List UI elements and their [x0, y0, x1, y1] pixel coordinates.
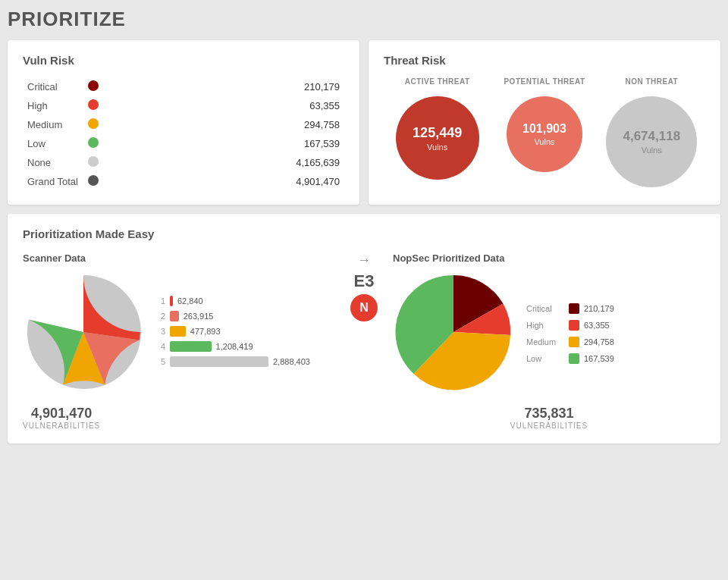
vuln-risk-row: Medium 294,758	[23, 115, 344, 134]
vuln-dot-cell	[83, 96, 103, 115]
bar-value: 1,208,419	[216, 342, 253, 351]
vuln-value: 4,165,639	[103, 153, 344, 172]
legend-value: 210,179	[584, 304, 614, 313]
vuln-dot-cell	[83, 115, 103, 134]
threat-circle: 125,449 Vulns	[396, 96, 479, 180]
threat-col-header: POTENTIAL THREAT	[491, 77, 598, 86]
scanner-total-label: VULNERABILITIES	[23, 422, 100, 430]
threat-columns: ACTIVE THREAT 125,449 Vulns POTENTIAL TH…	[384, 77, 705, 187]
section-title: Prioritization Made Easy	[23, 227, 705, 240]
vuln-risk-title: Vuln Risk	[23, 54, 344, 67]
vuln-value: 294,758	[103, 115, 344, 134]
bar-row: 2 263,915	[156, 311, 335, 321]
vuln-risk-row: Critical 210,179	[23, 77, 344, 96]
bar-track	[170, 356, 268, 367]
scanner-pie	[23, 271, 144, 395]
legend-row: Low 167,539	[526, 353, 614, 364]
vuln-risk-row: Low 167,539	[23, 134, 344, 153]
scanner-total: 4,901,470	[23, 406, 100, 422]
vuln-risk-row: High 63,355	[23, 96, 344, 115]
threat-circle-label: Vulns	[642, 146, 662, 155]
threat-col-header: ACTIVE THREAT	[384, 77, 491, 86]
nopsec-footer: 735,831 VULNERABILITIES	[393, 406, 705, 430]
vuln-dot	[88, 175, 99, 186]
vuln-dot-cell	[83, 134, 103, 153]
nopsec-legend: Critical 210,179 High 63,355 Medium 294,…	[526, 303, 614, 364]
bar-row: 1 62,840	[156, 296, 335, 306]
vuln-risk-row: None 4,165,639	[23, 153, 344, 172]
vuln-risk-card: Vuln Risk Critical 210,179 High 63,355 M…	[8, 40, 359, 205]
scanner-bar-list: 1 62,840 2 263,915 3 477,893 4 1,208,419…	[156, 296, 335, 372]
scanner-section: Scanner Data	[23, 252, 335, 430]
bar-value: 263,915	[184, 312, 214, 321]
vuln-dot-cell	[83, 153, 103, 172]
vuln-label: Critical	[23, 77, 83, 96]
vuln-value: 210,179	[103, 77, 344, 96]
legend-dot	[569, 303, 579, 314]
bar-track	[170, 326, 186, 337]
vuln-value: 167,539	[103, 134, 344, 153]
legend-dot	[569, 353, 579, 364]
vuln-label: Low	[23, 134, 83, 153]
nopsec-total: 735,831	[393, 406, 705, 422]
legend-value: 294,758	[584, 337, 614, 346]
threat-circle: 4,674,118 Vulns	[606, 96, 697, 187]
legend-label: Medium	[526, 337, 564, 346]
threat-value: 125,449	[413, 125, 462, 141]
bar-rank: 4	[156, 342, 165, 351]
vuln-label: High	[23, 96, 83, 115]
nopsec-total-label: VULNERABILITIES	[393, 422, 705, 430]
nopsec-subtitle: NopSec Prioritized Data	[393, 252, 504, 264]
bar-rank: 2	[156, 312, 165, 321]
bar-row: 3 477,893	[156, 326, 335, 337]
vuln-label: Grand Total	[23, 172, 83, 191]
vuln-dot	[88, 118, 99, 129]
threat-circle: 101,903 Vulns	[507, 96, 582, 172]
vuln-value: 4,901,470	[103, 172, 344, 191]
bar-value: 62,840	[177, 296, 203, 306]
bar-row: 5 2,888,403	[156, 356, 335, 367]
arrow-icon: →	[357, 252, 371, 268]
vuln-dot-cell	[83, 172, 103, 191]
threat-risk-title: Threat Risk	[384, 54, 705, 67]
vuln-dot-cell	[83, 77, 103, 96]
bar-value: 477,893	[190, 327, 221, 336]
bar-rank: 3	[156, 327, 165, 336]
vuln-value: 63,355	[103, 96, 344, 115]
legend-label: High	[526, 321, 564, 330]
nopsec-section: NopSec Prioritized Data	[393, 252, 705, 430]
charts-row: Scanner Data	[23, 252, 705, 430]
bar-track	[170, 341, 212, 352]
e3-label: E3	[354, 271, 375, 291]
threat-col: NON THREAT 4,674,118 Vulns	[598, 77, 705, 187]
legend-label: Critical	[526, 304, 564, 313]
legend-dot	[569, 320, 579, 331]
legend-row: Critical 210,179	[526, 303, 614, 314]
legend-row: High 63,355	[526, 320, 614, 331]
bar-row: 4 1,208,419	[156, 341, 335, 352]
nopsec-inner: Critical 210,179 High 63,355 Medium 294,…	[393, 271, 705, 395]
nopsec-pie	[393, 271, 514, 395]
threat-circle-label: Vulns	[427, 143, 447, 152]
threat-value: 4,674,118	[623, 129, 680, 144]
legend-label: Low	[526, 354, 564, 363]
legend-value: 167,539	[584, 354, 614, 363]
legend-row: Medium 294,758	[526, 337, 614, 347]
threat-value: 101,903	[522, 122, 566, 136]
bar-track	[170, 296, 173, 306]
scanner-subtitle: Scanner Data	[23, 252, 86, 264]
threat-col: ACTIVE THREAT 125,449 Vulns	[384, 77, 491, 180]
vuln-dot	[88, 137, 99, 148]
legend-dot	[569, 337, 579, 347]
threat-circle-label: Vulns	[534, 137, 554, 146]
scanner-inner: 1 62,840 2 263,915 3 477,893 4 1,208,419…	[23, 271, 335, 395]
vuln-dot	[88, 156, 99, 167]
threat-risk-card: Threat Risk ACTIVE THREAT 125,449 Vulns …	[369, 40, 720, 205]
threat-col: POTENTIAL THREAT 101,903 Vulns	[491, 77, 598, 172]
prioritization-card: Prioritization Made Easy Scanner Data	[8, 214, 720, 444]
scanner-footer: 4,901,470 VULNERABILITIES	[23, 406, 100, 430]
legend-value: 63,355	[584, 321, 610, 330]
vuln-label: Medium	[23, 115, 83, 134]
vuln-risk-row: Grand Total 4,901,470	[23, 172, 344, 191]
vuln-dot	[88, 99, 99, 110]
